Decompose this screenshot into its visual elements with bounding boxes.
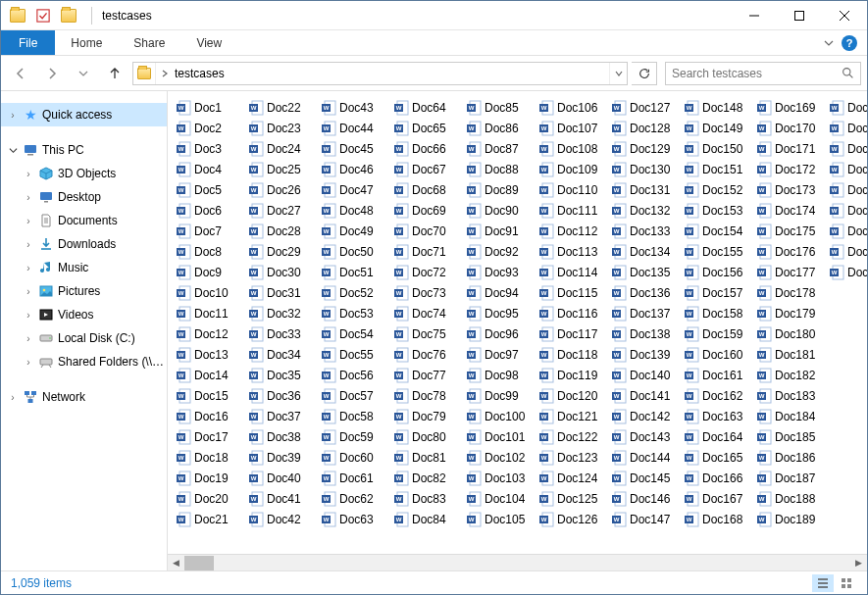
file-item[interactable]: WDoc121 [536,406,607,426]
file-item[interactable]: WDoc124 [536,468,607,488]
file-item[interactable]: WDoc30 [246,262,317,282]
file-item[interactable]: WDoc188 [754,488,825,509]
chevron-right-icon[interactable]: › [23,192,34,203]
file-item[interactable]: WDoc50 [319,241,389,262]
properties-icon[interactable] [32,5,54,26]
tab-file[interactable]: File [1,30,55,55]
details-view-button[interactable] [812,574,834,592]
file-item[interactable]: WDoc16 [174,406,244,426]
up-button[interactable] [101,60,128,87]
file-item[interactable]: WDoc147 [609,509,680,529]
file-item[interactable]: WDoc12 [174,323,244,344]
file-item[interactable]: WDoc87 [464,138,535,159]
file-item[interactable]: WDoc110 [536,179,607,200]
file-item[interactable]: WDoc76 [391,344,462,365]
close-button[interactable] [822,1,867,30]
file-item[interactable]: WDoc172 [754,159,825,179]
file-item[interactable]: WDoc24 [246,138,317,159]
file-item[interactable]: WDoc116 [536,303,607,323]
file-item[interactable]: WDoc44 [319,118,389,138]
file-item[interactable]: WDoc161 [682,365,752,385]
search-box[interactable] [665,62,861,85]
scroll-thumb[interactable] [184,556,214,570]
file-item[interactable]: WDoc56 [319,365,389,385]
chevron-right-icon[interactable]: › [23,310,34,321]
file-item[interactable]: WDoc135 [609,262,680,282]
address-dropdown-icon[interactable] [609,63,627,84]
file-item[interactable]: WDoc42 [246,509,317,529]
file-item[interactable]: WDoc123 [536,447,607,468]
file-item[interactable]: WDoc79 [391,406,462,426]
file-item[interactable]: WDoc25 [246,159,317,179]
file-item[interactable]: WDoc5 [174,179,244,200]
file-item[interactable]: WDoc193 [827,159,867,179]
file-item[interactable]: WDoc94 [464,282,535,303]
file-item[interactable]: WDoc57 [319,385,389,406]
expand-ribbon-icon[interactable] [824,38,834,48]
file-item[interactable]: WDoc58 [319,406,389,426]
file-item[interactable]: WDoc35 [246,365,317,385]
file-item[interactable]: WDoc156 [682,262,752,282]
file-item[interactable]: WDoc108 [536,138,607,159]
file-item[interactable]: WDoc163 [682,406,752,426]
file-item[interactable]: WDoc32 [246,303,317,323]
file-item[interactable]: WDoc109 [536,159,607,179]
file-item[interactable]: WDoc3 [174,138,244,159]
file-item[interactable]: WDoc169 [754,97,825,118]
file-item[interactable]: WDoc100 [464,406,535,426]
file-item[interactable]: WDoc171 [754,138,825,159]
file-item[interactable]: WDoc118 [536,344,607,365]
file-item[interactable]: WDoc168 [682,509,752,529]
file-item[interactable]: WDoc126 [536,509,607,529]
file-item[interactable]: WDoc131 [609,179,680,200]
file-item[interactable]: WDoc150 [682,138,752,159]
file-item[interactable]: WDoc67 [391,159,462,179]
file-item[interactable]: WDoc92 [464,241,535,262]
file-item[interactable]: WDoc37 [246,406,317,426]
file-item[interactable]: WDoc164 [682,426,752,447]
sidebar-network[interactable]: › Network [1,385,167,409]
file-item[interactable]: WDoc27 [246,200,317,221]
file-item[interactable]: WDoc39 [246,447,317,468]
file-item[interactable]: WDoc69 [391,200,462,221]
file-item[interactable]: WDoc196 [827,221,867,241]
chevron-right-icon[interactable]: › [23,333,34,344]
file-item[interactable]: WDoc129 [609,138,680,159]
chevron-right-icon[interactable]: › [23,169,34,179]
file-item[interactable]: WDoc88 [464,159,535,179]
file-item[interactable]: WDoc125 [536,488,607,509]
file-item[interactable]: WDoc47 [319,179,389,200]
file-item[interactable]: WDoc181 [754,344,825,365]
file-item[interactable]: WDoc195 [827,200,867,221]
file-item[interactable]: WDoc117 [536,323,607,344]
file-item[interactable]: WDoc159 [682,323,752,344]
file-item[interactable]: WDoc106 [536,97,607,118]
file-item[interactable]: WDoc122 [536,426,607,447]
file-item[interactable]: WDoc15 [174,385,244,406]
recent-locations-button[interactable] [70,60,97,87]
file-item[interactable]: WDoc53 [319,303,389,323]
file-item[interactable]: WDoc9 [174,262,244,282]
file-item[interactable]: WDoc186 [754,447,825,468]
file-item[interactable]: WDoc78 [391,385,462,406]
file-item[interactable]: WDoc132 [609,200,680,221]
file-item[interactable]: WDoc136 [609,282,680,303]
file-item[interactable]: WDoc89 [464,179,535,200]
file-item[interactable]: WDoc6 [174,200,244,221]
file-item[interactable]: WDoc52 [319,282,389,303]
chevron-right-icon[interactable]: › [7,110,19,121]
file-item[interactable]: WDoc140 [609,365,680,385]
file-item[interactable]: WDoc190 [827,97,867,118]
file-item[interactable]: WDoc40 [246,468,317,488]
file-item[interactable]: WDoc85 [464,97,535,118]
file-item[interactable]: WDoc4 [174,159,244,179]
file-item[interactable]: WDoc13 [174,344,244,365]
file-item[interactable]: WDoc189 [754,509,825,529]
file-item[interactable]: WDoc170 [754,118,825,138]
file-item[interactable]: WDoc103 [464,468,535,488]
tab-share[interactable]: Share [118,30,180,55]
file-item[interactable]: WDoc86 [464,118,535,138]
file-item[interactable]: WDoc98 [464,365,535,385]
file-item[interactable]: WDoc154 [682,221,752,241]
file-item[interactable]: WDoc18 [174,447,244,468]
